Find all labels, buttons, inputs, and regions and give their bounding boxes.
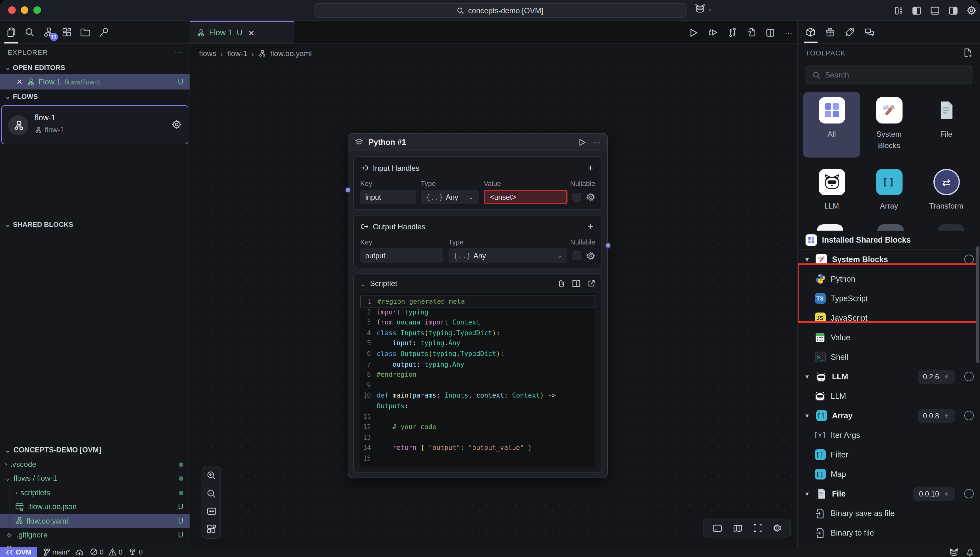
zoom-window-button[interactable] xyxy=(33,6,41,14)
python-node[interactable]: Python #1 ··· Input Handles ＋ Key Type xyxy=(348,133,608,478)
block-item-typescript[interactable]: TSTypeScript xyxy=(798,288,980,308)
gift-tab-icon[interactable] xyxy=(825,27,835,37)
code-line-9[interactable]: 9 xyxy=(360,380,595,390)
chevron-down-icon[interactable]: ⌄ xyxy=(360,280,366,287)
folder-view-icon[interactable] xyxy=(80,28,91,37)
open-editors-header[interactable]: ⌄ OPEN EDITORS xyxy=(0,60,190,74)
feedback-tab-icon[interactable] xyxy=(864,28,875,37)
output-gear-icon[interactable] xyxy=(587,251,595,260)
tree-item-flows-flow-1[interactable]: ⌄flows / flow-1 xyxy=(0,471,190,485)
category-file[interactable]: File xyxy=(918,92,975,158)
breadcrumb-item[interactable]: flows xyxy=(199,49,216,58)
notifications-bell-icon[interactable] xyxy=(966,548,974,556)
python-node-header[interactable]: Python #1 ··· xyxy=(348,134,607,151)
customize-layout-icon[interactable] xyxy=(894,6,903,15)
rerun-icon[interactable] xyxy=(708,28,718,37)
category-array[interactable]: []Array xyxy=(860,164,918,218)
triangle-down-icon[interactable]: ▼ xyxy=(804,373,811,379)
console-panel-icon[interactable] xyxy=(712,524,722,532)
code-line-13[interactable]: 13 xyxy=(360,432,595,442)
panel-scrollbar[interactable] xyxy=(976,246,979,363)
output-type-select[interactable]: {..}Any⌄ xyxy=(449,248,567,263)
add-input-handle-icon[interactable]: ＋ xyxy=(586,162,595,174)
project-search-pill[interactable]: concepts-demo [OVM] xyxy=(314,3,686,18)
close-window-button[interactable] xyxy=(8,6,16,14)
node-output-port[interactable] xyxy=(605,242,611,249)
code-line-14[interactable]: 14 return { "output": "output_value" } xyxy=(360,443,595,453)
code-line-2[interactable]: 2import typing xyxy=(360,306,595,317)
docs-icon[interactable] xyxy=(572,279,581,288)
toggle-right-sidebar-icon[interactable] xyxy=(949,6,958,15)
code-line-8[interactable]: 8#endregion xyxy=(360,369,595,379)
attach-icon[interactable] xyxy=(558,279,565,288)
open-external-icon[interactable] xyxy=(588,279,595,288)
zoom-in-icon[interactable] xyxy=(206,471,216,480)
block-item-map[interactable]: []Map xyxy=(798,464,980,484)
tree-item--gitignore[interactable]: .gitignoreU xyxy=(0,528,190,542)
search-view-icon[interactable] xyxy=(24,27,35,37)
input-gear-icon[interactable] xyxy=(587,192,595,201)
split-editor-icon[interactable] xyxy=(766,28,775,37)
minimize-window-button[interactable] xyxy=(21,6,28,14)
code-line-12[interactable]: 12 # your code xyxy=(360,422,595,432)
code-line-11[interactable]: 11 xyxy=(360,411,595,422)
close-editor-icon[interactable]: ✕ xyxy=(16,78,23,86)
toggle-run-mode-icon[interactable] xyxy=(728,28,737,37)
block-group-file[interactable]: ▼File0.0.10▼i xyxy=(798,484,980,503)
canvas-settings-gear-icon[interactable] xyxy=(773,524,782,533)
toggle-bottom-panel-icon[interactable] xyxy=(930,6,940,15)
tree-item--vscode[interactable]: ›.vscode xyxy=(0,457,190,471)
editor-more-icon[interactable]: ··· xyxy=(785,28,792,37)
fit-view-icon[interactable] xyxy=(753,524,762,533)
keys-view-icon[interactable] xyxy=(99,27,109,37)
code-line-6[interactable]: 6class Outputs(typing.TypedDict): xyxy=(360,349,595,359)
code-line-10[interactable]: 10def main(params: Inputs, context: Cont… xyxy=(360,390,595,411)
run-flow-icon[interactable] xyxy=(690,28,698,37)
node-more-icon[interactable]: ··· xyxy=(593,138,601,147)
blocks-view-icon[interactable] xyxy=(62,27,72,37)
block-item-value[interactable]: Value xyxy=(798,327,980,347)
export-file-icon[interactable] xyxy=(747,28,756,37)
toolpack-search-input[interactable]: Search xyxy=(806,65,972,85)
git-branch-status[interactable]: main* xyxy=(44,548,84,556)
triangle-down-icon[interactable]: ▼ xyxy=(804,412,811,419)
tab-flow-1[interactable]: Flow 1 U ✕ xyxy=(190,21,294,44)
problems-status[interactable]: 00 xyxy=(90,548,122,556)
explorer-icon[interactable] xyxy=(6,27,16,37)
block-item-filter[interactable]: []Filter xyxy=(798,445,980,464)
rocket-tab-icon[interactable] xyxy=(845,27,855,37)
code-line-4[interactable]: 4class Inputs(typing.TypedDict): xyxy=(360,327,595,338)
shared-blocks-header[interactable]: ⌄ SHARED BLOCKS xyxy=(0,217,190,231)
code-line-3[interactable]: 3from oocana import Context xyxy=(360,317,595,327)
input-key-field[interactable]: input xyxy=(360,190,416,204)
breadcrumb-item[interactable]: flow-1 xyxy=(227,49,247,58)
block-item-python[interactable]: Python xyxy=(798,269,980,288)
flows-view-icon[interactable]: 11 xyxy=(43,27,54,37)
mascot-cat-icon[interactable] xyxy=(949,548,959,556)
info-icon[interactable]: i xyxy=(964,489,974,498)
new-toolpack-file-icon[interactable] xyxy=(963,48,972,58)
category-transform[interactable]: ⇄Transform xyxy=(918,164,975,218)
fit-width-icon[interactable] xyxy=(206,507,216,515)
category-all[interactable]: All xyxy=(803,92,860,158)
block-group-llm[interactable]: ▼LLM0.2.6▼i xyxy=(798,367,980,386)
category-llm[interactable]: LLM xyxy=(803,164,860,218)
input-nullable-checkbox[interactable] xyxy=(572,192,581,201)
node-input-port[interactable] xyxy=(345,187,351,194)
run-node-icon[interactable] xyxy=(579,138,586,147)
tree-root[interactable]: ⌄ CONCEPTS-DEMO [OVM] xyxy=(0,443,190,457)
input-value-field[interactable]: <unset> xyxy=(484,190,567,204)
auto-layout-icon[interactable] xyxy=(206,524,216,534)
triangle-down-icon[interactable]: ▼ xyxy=(804,490,811,497)
block-item-llm[interactable]: LLM xyxy=(798,386,980,406)
zoom-out-icon[interactable] xyxy=(206,489,216,498)
toolpack-tab-icon[interactable] xyxy=(806,27,816,37)
scriptlet-code-editor[interactable]: 1#region generated meta2import typing3fr… xyxy=(360,293,595,467)
open-editor-row[interactable]: ✕ Flow 1 flows/flow-1 U xyxy=(0,74,190,90)
flows-header[interactable]: ⌄ FLOWS xyxy=(0,90,190,103)
block-item-binary-save-as-file[interactable]: Binary save as file xyxy=(798,503,980,523)
ports-status[interactable]: 0 xyxy=(129,548,143,556)
code-line-15[interactable]: 15 xyxy=(360,453,595,463)
flow-card[interactable]: flow-1 flow-1 xyxy=(1,105,189,144)
add-output-handle-icon[interactable]: ＋ xyxy=(586,220,595,233)
